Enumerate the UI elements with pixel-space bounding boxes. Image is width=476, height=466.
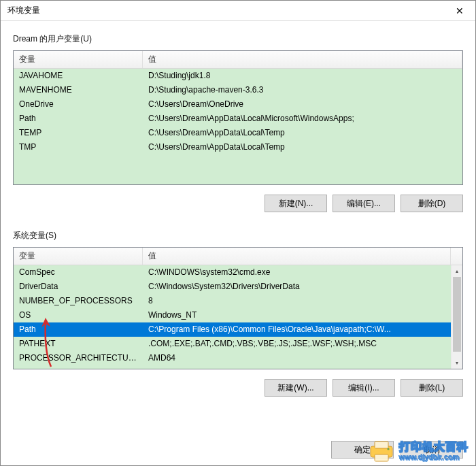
user-vars-label: Dream 的用户变量(U)	[13, 33, 463, 45]
user-vars-body: JAVAHOMED:\Studing\jdk1.8 MAVENHOMED:\St…	[14, 69, 462, 184]
column-header-scroll	[451, 254, 462, 259]
scroll-down-icon[interactable]: ▾	[452, 357, 462, 369]
table-row[interactable]: ComSpecC:\WINDOWS\system32\cmd.exe	[14, 265, 451, 280]
system-new-button[interactable]: 新建(W)...	[265, 379, 327, 397]
table-row[interactable]: TMPC:\Users\Dream\AppData\Local\Temp	[14, 140, 462, 154]
scrollbar[interactable]: ▴ ▾	[451, 265, 462, 369]
user-vars-table[interactable]: 变量 值 JAVAHOMED:\Studing\jdk1.8 MAVENHOME…	[13, 50, 463, 185]
table-row[interactable]: PROCESSOR_ARCHITECTUREAMD64	[14, 351, 451, 365]
system-vars-label: 系统变量(S)	[13, 230, 463, 242]
ok-button[interactable]: 确定	[331, 441, 394, 459]
column-header-val[interactable]: 值	[143, 248, 451, 265]
close-icon: ✕	[456, 5, 464, 16]
table-row[interactable]: NUMBER_OF_PROCESSORS8	[14, 294, 451, 308]
table-row[interactable]: OSWindows_NT	[14, 308, 451, 322]
column-header-var[interactable]: 变量	[14, 51, 143, 68]
system-delete-button[interactable]: 删除(L)	[401, 379, 463, 397]
table-header: 变量 值	[14, 248, 462, 265]
window-title: 环境变量	[7, 5, 40, 16]
titlebar: 环境变量 ✕	[1, 1, 475, 21]
table-row[interactable]: TEMPC:\Users\Dream\AppData\Local\Temp	[14, 126, 462, 140]
system-edit-button[interactable]: 编辑(I)...	[333, 379, 395, 397]
system-vars-table[interactable]: 变量 值 ComSpecC:\WINDOWS\system32\cmd.exe …	[13, 247, 463, 369]
user-vars-buttons: 新建(N)... 编辑(E)... 删除(D)	[13, 195, 463, 212]
system-vars-body: ComSpecC:\WINDOWS\system32\cmd.exe Drive…	[14, 265, 462, 369]
table-header: 变量 值	[14, 51, 462, 69]
table-row[interactable]: JAVAHOMED:\Studing\jdk1.8	[14, 69, 462, 83]
scroll-up-icon[interactable]: ▴	[452, 265, 462, 277]
column-header-val[interactable]: 值	[143, 51, 462, 68]
scrollbar-track[interactable]	[452, 277, 462, 357]
user-edit-button[interactable]: 编辑(E)...	[333, 195, 395, 212]
system-vars-buttons: 新建(W)... 编辑(I)... 删除(L)	[13, 379, 463, 397]
cancel-button[interactable]: 取消	[401, 441, 463, 459]
table-empty-area	[14, 154, 462, 184]
dialog-content: Dream 的用户变量(U) 变量 值 JAVAHOMED:\Studing\j…	[1, 21, 475, 410]
scrollbar-thumb[interactable]	[453, 277, 461, 352]
table-row[interactable]: PathC:\Users\Dream\AppData\Local\Microso…	[14, 112, 462, 126]
table-row[interactable]: MAVENHOMED:\Studing\apache-maven-3.6.3	[14, 83, 462, 97]
user-delete-button[interactable]: 删除(D)	[401, 195, 463, 212]
table-row[interactable]: OneDriveC:\Users\Dream\OneDrive	[14, 97, 462, 112]
column-header-var[interactable]: 变量	[14, 248, 143, 265]
table-row[interactable]: PROCESSOR_IDENTIFIER	[14, 365, 451, 369]
close-button[interactable]: ✕	[444, 1, 475, 21]
dialog-buttons: 确定 取消	[331, 441, 463, 459]
table-row-selected[interactable]: PathC:\Program Files (x86)\Common Files\…	[14, 322, 451, 337]
table-row[interactable]: DriverDataC:\Windows\System32\Drivers\Dr…	[14, 280, 451, 294]
table-row[interactable]: PATHEXT.COM;.EXE;.BAT;.CMD;.VBS;.VBE;.JS…	[14, 337, 451, 351]
user-new-button[interactable]: 新建(N)...	[265, 195, 327, 212]
